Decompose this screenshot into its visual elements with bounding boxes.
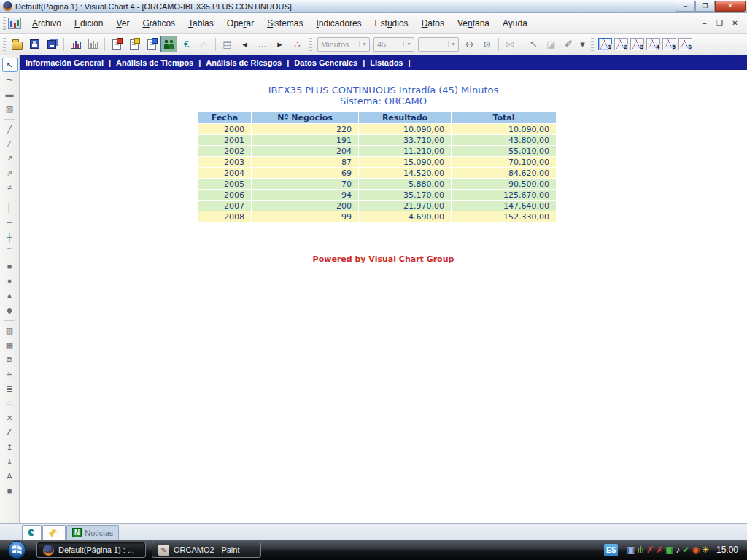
pointer-box-button[interactable]: ◪ [543, 36, 560, 52]
start-button[interactable] [7, 540, 26, 559]
arc-tool[interactable]: ⌒ [2, 244, 18, 259]
chart-preset-button[interactable]: 3 [630, 38, 644, 50]
menu-item[interactable]: Datos [415, 16, 451, 31]
computer-icon[interactable]: ▣ [627, 545, 635, 554]
bar-chart-disabled-button[interactable] [85, 36, 101, 52]
systems-button[interactable] [160, 36, 177, 52]
restore-button[interactable]: ❐ [695, 1, 715, 12]
nav-item[interactable]: Análisis de Riesgos [206, 58, 282, 67]
units-combo[interactable]: ▾ [418, 37, 459, 52]
select-tool[interactable]: ↖ [2, 58, 18, 72]
network-error-icon[interactable]: ✗ [646, 545, 654, 554]
ray-tool[interactable]: ⇗ [2, 166, 18, 180]
mdi-minimize-button[interactable]: – [698, 18, 711, 28]
tab-pin[interactable] [42, 525, 66, 540]
swatch-tool[interactable]: ▬ [2, 87, 18, 101]
tab-euro[interactable]: € [22, 525, 42, 540]
toolbar-grip[interactable] [3, 38, 6, 51]
network-error2-icon[interactable]: ✗ [656, 545, 663, 554]
toolbar-grip-3[interactable] [591, 38, 594, 51]
task-paint[interactable]: ORCAMO2 - Paint [152, 542, 261, 558]
pointer-button[interactable]: ↖ [525, 36, 542, 52]
nav-item[interactable]: Análisis de Tiempos [116, 58, 193, 67]
horizontal-line-tool[interactable]: ─ [2, 215, 18, 230]
interval-combo[interactable]: 45▾ [374, 37, 414, 52]
new-mixed-page-button[interactable] [143, 36, 160, 52]
properties-button[interactable]: ▤ [219, 36, 236, 52]
arrow-line-tool[interactable]: ↗ [2, 151, 18, 166]
block-tool[interactable]: ■ [2, 483, 18, 498]
chart-window-tool[interactable]: ⧉ [2, 352, 18, 367]
fan-lines-tool[interactable]: ≋ [2, 367, 18, 381]
beacon-icon[interactable]: ✳ [702, 545, 709, 554]
minimize-button[interactable]: – [676, 1, 695, 12]
page-list-button[interactable]: … [254, 36, 271, 52]
next-page-button[interactable]: ▸ [271, 36, 288, 52]
grid-pane-tool[interactable]: ▦ [2, 338, 18, 352]
new-quote-page-button[interactable] [125, 36, 142, 52]
menu-item[interactable]: Operar [220, 16, 260, 31]
prev-page-button[interactable]: ◂ [236, 36, 253, 52]
angle-tool[interactable]: ∠ [2, 425, 18, 440]
parallel-lines-tool[interactable]: ≠ [2, 180, 18, 195]
notes-tool[interactable]: ≣ [2, 381, 18, 396]
ellipse-tool[interactable]: ● [2, 273, 18, 288]
cross-tool[interactable]: ┼ [2, 230, 18, 244]
chart-preset-button[interactable]: 6 [678, 38, 692, 50]
compress-bars-button[interactable]: ⋈ [502, 36, 519, 52]
menu-item[interactable]: Sistemas [260, 16, 309, 31]
mdi-close-button[interactable]: ✕ [729, 18, 741, 28]
save-button[interactable] [26, 36, 43, 52]
tab-noticias[interactable]: NNoticias [66, 525, 119, 540]
powered-by-link[interactable]: Powered by Visual Chart Group [313, 254, 454, 264]
language-indicator[interactable]: ES [604, 544, 618, 556]
expand-up-tool[interactable]: ↥ [2, 440, 18, 454]
trend-line-tool[interactable]: ╱ [2, 122, 18, 136]
mdi-restore-button[interactable]: ❐ [713, 18, 726, 28]
split-pane-tool[interactable]: ▥ [2, 323, 18, 338]
menu-item[interactable]: Gráficos [136, 16, 182, 31]
compression-combo[interactable]: Minutos▾ [317, 37, 370, 52]
menu-item[interactable]: Indicadores [310, 16, 368, 31]
menu-item[interactable]: Ayuda [496, 16, 534, 31]
child-window-icon[interactable] [8, 18, 21, 29]
open-button[interactable] [9, 36, 26, 52]
expand-down-tool[interactable]: ↧ [2, 454, 18, 469]
update-check-icon[interactable]: ✔ [682, 545, 689, 554]
save-all-button[interactable] [44, 36, 61, 52]
chart-preset-button[interactable]: 2 [614, 38, 628, 50]
diamond-tool[interactable]: ◆ [2, 303, 18, 317]
chart-preset-button[interactable]: 1 [598, 38, 612, 50]
chart-preset-button[interactable]: 5 [662, 38, 676, 50]
bar-chart-button[interactable] [67, 36, 84, 52]
market-depth-button[interactable]: ⌂ [196, 36, 212, 52]
display-ok-icon[interactable]: ▣ [665, 545, 673, 554]
menu-item[interactable]: Archivo [26, 16, 68, 31]
task-visualchart[interactable]: Default(Página 1) : ... [36, 542, 146, 558]
nav-item[interactable]: Datos Generales [294, 58, 357, 67]
signal-bars-icon[interactable]: ılı [638, 545, 644, 554]
semilog-line-tool[interactable]: ∕ [2, 136, 18, 151]
erase-draw-button[interactable]: ✐ [560, 36, 577, 52]
chart-preset-button[interactable]: 4 [646, 38, 660, 50]
pin-tool[interactable]: ⊸ [2, 72, 18, 87]
menu-item[interactable]: Estudios [368, 16, 415, 31]
menu-item[interactable]: Ver [109, 16, 136, 31]
menubar-grip[interactable] [3, 17, 6, 30]
clock[interactable]: 15:00 [716, 545, 738, 555]
vertical-line-tool[interactable]: │ [2, 201, 18, 215]
menu-item[interactable]: Tablas [182, 16, 220, 31]
toolbar-grip-2[interactable] [309, 38, 312, 51]
strike-tool[interactable]: ✕ [2, 411, 18, 425]
zoom-in-button[interactable]: ⊕ [479, 36, 495, 52]
rectangle-tool[interactable]: ■ [2, 259, 18, 273]
pattern-rect-tool[interactable]: ▨ [2, 101, 18, 116]
record-ring-icon[interactable]: ◉ [692, 545, 699, 554]
erase-draw-dropdown[interactable]: ▾ [578, 36, 587, 52]
link-windows-button[interactable]: ∴ [289, 36, 306, 52]
nav-item[interactable]: Información General [26, 58, 104, 67]
new-chart-page-button[interactable] [108, 36, 125, 52]
text-tool[interactable]: A [2, 469, 18, 483]
volume-icon[interactable]: ♪ [676, 545, 680, 554]
triangle-tool[interactable]: ▲ [2, 288, 18, 303]
